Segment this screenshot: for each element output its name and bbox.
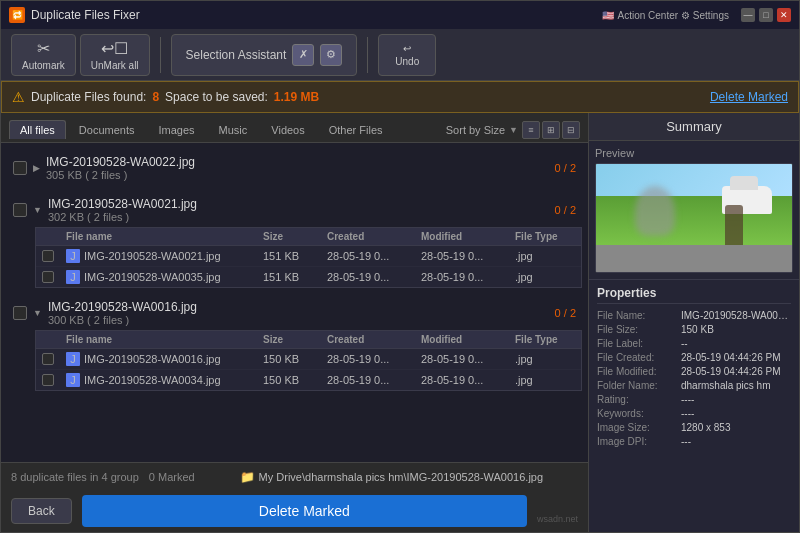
group-header-2[interactable]: ▼ IMG-20190528-WA0021.jpg 302 KB ( 2 fil…	[7, 193, 582, 227]
unmark-all-button[interactable]: ↩☐ UnMark all	[80, 34, 150, 76]
prop-label-created: File Created:	[597, 352, 677, 363]
prop-row-rating: Rating: ----	[597, 394, 791, 405]
group-item-2: ▼ IMG-20190528-WA0021.jpg 302 KB ( 2 fil…	[1, 189, 588, 292]
sort-label: Sort by Size	[446, 124, 505, 136]
prop-value-filename: IMG-20190528-WA0016.jpg	[681, 310, 791, 321]
title-bar-left: 🔁 Duplicate Files Fixer	[9, 7, 140, 23]
status-path: My Drive\dharmshala pics hm\IMG-20190528…	[259, 471, 544, 483]
tab-music[interactable]: Music	[208, 120, 259, 139]
group-header-3[interactable]: ▼ IMG-20190528-WA0016.jpg 300 KB ( 2 fil…	[7, 296, 582, 330]
group-count-3: 0 / 2	[555, 307, 576, 319]
file-modified-cell: 28-05-19 0...	[421, 353, 511, 365]
delete-marked-button[interactable]: Delete Marked	[82, 495, 527, 527]
space-size: 1.19 MB	[274, 90, 319, 104]
col-filetype: File Type	[515, 334, 575, 345]
prop-row-folder: Folder Name: dharmshala pics hm	[597, 380, 791, 391]
delete-marked-link[interactable]: Delete Marked	[710, 90, 788, 104]
undo-button[interactable]: ↩ Undo	[378, 34, 436, 76]
back-button[interactable]: Back	[11, 498, 72, 524]
close-button[interactable]: ✕	[777, 8, 791, 22]
dup-found-text: Duplicate Files found:	[31, 90, 146, 104]
selection-assistant-icon2[interactable]: ⚙	[320, 44, 342, 66]
sort-arrow-icon: ▼	[509, 125, 518, 135]
unmark-label: UnMark all	[91, 60, 139, 71]
undo-label: Undo	[395, 56, 419, 67]
bottom-bar: Back Delete Marked wsadn.net	[1, 490, 588, 532]
file-icon: J	[66, 270, 80, 284]
table-row[interactable]: J IMG-20190528-WA0016.jpg 150 KB 28-05-1…	[36, 349, 581, 370]
prop-row-filesize: File Size: 150 KB	[597, 324, 791, 335]
unmark-icon: ↩☐	[101, 39, 128, 58]
app-icon: 🔁	[9, 7, 25, 23]
tab-documents[interactable]: Documents	[68, 120, 146, 139]
tab-other-files[interactable]: Other Files	[318, 120, 394, 139]
grid-view-icon[interactable]: ⊞	[542, 121, 560, 139]
folder-icon: 📁	[240, 470, 255, 484]
row-checkbox[interactable]	[42, 353, 54, 365]
group-size-2: 302 KB ( 2 files )	[48, 211, 549, 223]
right-panel: Summary Preview Properties	[589, 113, 799, 532]
automark-button[interactable]: ✂ Automark	[11, 34, 76, 76]
tab-images[interactable]: Images	[147, 120, 205, 139]
group-arrow-1: ▶	[33, 163, 40, 173]
prop-row-imgdpi: Image DPI: ---	[597, 436, 791, 447]
prop-value-rating: ----	[681, 394, 694, 405]
file-type-cell: .jpg	[515, 353, 575, 365]
file-cell: J IMG-20190528-WA0021.jpg	[66, 249, 259, 263]
detail-view-icon[interactable]: ⊟	[562, 121, 580, 139]
row-checkbox[interactable]	[42, 250, 54, 262]
settings-label[interactable]: ⚙ Settings	[681, 10, 729, 21]
prop-value-filelabel: --	[681, 338, 688, 349]
group-item-1: ▶ IMG-20190528-WA0022.jpg 305 KB ( 2 fil…	[1, 147, 588, 189]
tab-all-files[interactable]: All files	[9, 120, 66, 139]
file-icon: J	[66, 373, 80, 387]
file-type-cell: .jpg	[515, 374, 575, 386]
minimize-button[interactable]: —	[741, 8, 755, 22]
prop-row-imgsize: Image Size: 1280 x 853	[597, 422, 791, 433]
table-row[interactable]: J IMG-20190528-WA0034.jpg 150 KB 28-05-1…	[36, 370, 581, 390]
group-checkbox-1[interactable]	[13, 161, 27, 175]
file-cell: J IMG-20190528-WA0035.jpg	[66, 270, 259, 284]
file-name-cell: IMG-20190528-WA0035.jpg	[84, 271, 221, 283]
prop-row-filename: File Name: IMG-20190528-WA0016.jpg	[597, 310, 791, 321]
col-check	[42, 231, 62, 242]
window-controls: — □ ✕	[741, 8, 791, 22]
group-size-3: 300 KB ( 2 files )	[48, 314, 549, 326]
row-checkbox[interactable]	[42, 271, 54, 283]
file-modified-cell: 28-05-19 0...	[421, 250, 511, 262]
selection-assistant-label: Selection Assistant	[186, 48, 287, 62]
selection-assistant-icon1[interactable]: ✗	[292, 44, 314, 66]
sub-table-header-2: File name Size Created Modified File Typ…	[36, 228, 581, 246]
file-icon: J	[66, 352, 80, 366]
col-filename: File name	[66, 231, 259, 242]
tab-videos[interactable]: Videos	[260, 120, 315, 139]
preview-blur	[635, 186, 675, 236]
warning-icon: ⚠	[12, 89, 25, 105]
group-checkbox-3[interactable]	[13, 306, 27, 320]
file-created-cell: 28-05-19 0...	[327, 271, 417, 283]
toolbar-separator-1	[160, 37, 161, 73]
file-cell: J IMG-20190528-WA0034.jpg	[66, 373, 259, 387]
table-row[interactable]: J IMG-20190528-WA0035.jpg 151 KB 28-05-1…	[36, 267, 581, 287]
prop-value-keywords: ----	[681, 408, 694, 419]
group-header-1[interactable]: ▶ IMG-20190528-WA0022.jpg 305 KB ( 2 fil…	[7, 151, 582, 185]
group-arrow-2: ▼	[33, 205, 42, 215]
maximize-button[interactable]: □	[759, 8, 773, 22]
list-view-icon[interactable]: ≡	[522, 121, 540, 139]
group-checkbox-2[interactable]	[13, 203, 27, 217]
sort-area: Sort by Size ▼ ≡ ⊞ ⊟	[446, 121, 580, 139]
table-row[interactable]: J IMG-20190528-WA0021.jpg 151 KB 28-05-1…	[36, 246, 581, 267]
row-checkbox[interactable]	[42, 374, 54, 386]
properties-section: Properties File Name: IMG-20190528-WA001…	[589, 280, 799, 532]
view-icons: ≡ ⊞ ⊟	[522, 121, 580, 139]
automark-icon: ✂	[37, 39, 50, 58]
action-center-label[interactable]: Action Center	[617, 10, 678, 21]
col-filetype: File Type	[515, 231, 575, 242]
preview-road	[596, 245, 792, 272]
group-name-area-3: IMG-20190528-WA0016.jpg 300 KB ( 2 files…	[48, 300, 549, 326]
info-bar: ⚠ Duplicate Files found: 8 Space to be s…	[1, 81, 799, 113]
file-name-cell: IMG-20190528-WA0034.jpg	[84, 374, 221, 386]
file-type-cell: .jpg	[515, 271, 575, 283]
prop-label-keywords: Keywords:	[597, 408, 677, 419]
prop-label-modified: File Modified:	[597, 366, 677, 377]
